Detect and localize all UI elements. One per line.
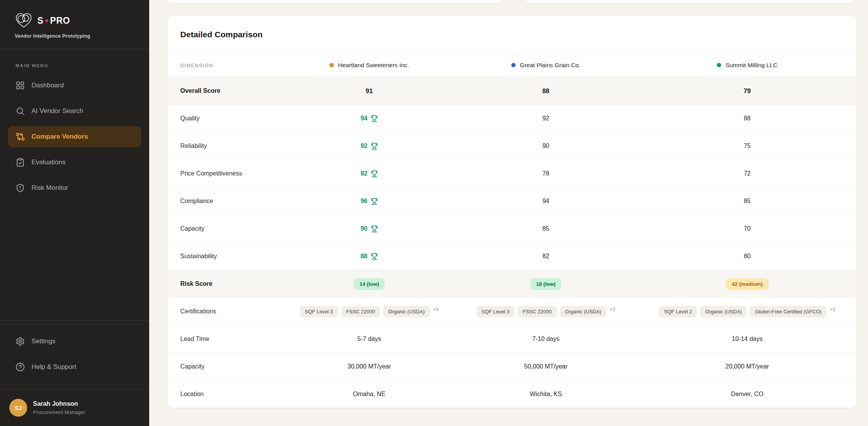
table-cell: 88 xyxy=(285,242,453,270)
table-row-overall-score: Overall Score918879 xyxy=(168,77,856,104)
vendor-column-header-heartland-sweeteners-inc: Heartland Sweeteners Inc. xyxy=(285,54,453,77)
certification-chip: Gluten-Free Certified (GFCO) xyxy=(750,306,826,317)
row-label: Compliance xyxy=(168,187,285,215)
sidebar-item-ai-vendor-search[interactable]: AI Vendor Search xyxy=(8,101,141,122)
vendor-dot xyxy=(329,63,334,67)
table-cell: 78 xyxy=(453,160,638,187)
vendor-column-header-great-plains-grain-co: Great Plains Grain Co. xyxy=(453,54,638,77)
vendor-dot xyxy=(717,63,721,67)
winning-score: 90 xyxy=(361,225,378,233)
brand-name: S PRO xyxy=(37,16,70,26)
row-label: Reliability xyxy=(168,132,285,160)
scrolled-card-remnant xyxy=(168,0,501,3)
user-role: Procurement Manager xyxy=(33,409,85,415)
more-certifications-count: +1 xyxy=(830,306,835,312)
main-content: Detailed Comparison DIMENSIONHeartland S… xyxy=(149,0,868,426)
menu-section-label: MAIN MENU xyxy=(16,63,141,68)
row-label: Capacity xyxy=(168,353,285,380)
table-row-compliance: Compliance969485 xyxy=(168,187,856,215)
sidebar-item-dashboard[interactable]: Dashboard xyxy=(8,75,141,96)
row-label: Risk Score xyxy=(168,270,285,297)
table-row-capacity: Capacity908570 xyxy=(168,215,856,242)
sidebar-item-evaluations[interactable]: Evaluations xyxy=(8,152,141,173)
row-label: Lead Time xyxy=(168,325,285,353)
trophy-icon xyxy=(371,115,378,122)
table-row-reliability: Reliability929075 xyxy=(168,132,856,160)
sidebar-item-risk-monitor[interactable]: Risk Monitor xyxy=(8,177,141,198)
help-icon xyxy=(16,362,25,372)
compare-icon xyxy=(16,132,25,141)
table-cell: SQF Level 3FSSC 22000Organic (USDA)+3 xyxy=(285,297,453,325)
winning-score: 94 xyxy=(361,115,378,122)
table-cell: 75 xyxy=(638,132,856,160)
winning-score: 88 xyxy=(361,253,378,260)
table-cell: 79 xyxy=(638,77,856,104)
certification-chip: SQF Level 3 xyxy=(300,306,338,317)
table-row-quality: Quality949288 xyxy=(168,104,856,132)
shield-alert-icon xyxy=(16,183,25,193)
table-cell: 92 xyxy=(453,104,638,132)
table-row-location: LocationOmaha, NEWichita, KSDenver, CO xyxy=(168,380,856,408)
certification-chip: FSSC 22000 xyxy=(341,306,380,317)
sidebar: S PRO Vendor Intelligence Prototyping MA… xyxy=(0,0,149,426)
sidebar-item-settings[interactable]: Settings xyxy=(8,331,141,352)
table-row-price-competitiveness: Price Competitiveness827872 xyxy=(168,160,856,187)
vendor-name: Summit Milling LLC xyxy=(725,62,777,69)
row-label: Location xyxy=(168,380,285,408)
table-cell: SQF Level 3FSSC 22000Organic (USDA)+2 xyxy=(453,297,638,325)
table-cell: 92 xyxy=(285,132,453,160)
row-label: Price Competitiveness xyxy=(168,160,285,187)
table-cell: 18 (low) xyxy=(453,270,638,297)
row-label: Capacity xyxy=(168,215,285,242)
row-label: Certifications xyxy=(168,297,285,325)
comparison-table: DIMENSIONHeartland Sweeteners Inc.Great … xyxy=(168,54,856,408)
table-cell: 50,000 MT/year xyxy=(453,353,638,380)
table-cell: 90 xyxy=(285,215,453,242)
table-cell: 88 xyxy=(638,104,856,132)
table-cell: 14 (low) xyxy=(285,270,453,297)
risk-badge: 42 (medium) xyxy=(726,278,769,290)
table-cell: Denver, CO xyxy=(638,380,856,408)
table-cell: 42 (medium) xyxy=(638,270,856,297)
brand-logo-icon xyxy=(15,12,33,29)
winning-score: 82 xyxy=(361,170,378,177)
certification-chip: SQF Level 2 xyxy=(659,306,697,317)
table-cell: 80 xyxy=(638,242,856,270)
trophy-icon xyxy=(371,170,378,177)
card-title: Detailed Comparison xyxy=(180,30,844,39)
sidebar-item-help-support[interactable]: Help & Support xyxy=(8,356,141,377)
table-cell: 91 xyxy=(285,77,453,104)
sidebar-item-label: Risk Monitor xyxy=(31,184,68,192)
brand-dot-icon xyxy=(45,19,49,23)
table-cell: Omaha, NE xyxy=(285,380,453,408)
table-row-lead-time: Lead Time5-7 days7-10 days10-14 days xyxy=(168,325,856,353)
vendor-name: Heartland Sweeteners Inc. xyxy=(338,62,409,69)
winning-score: 96 xyxy=(361,198,378,205)
main-menu: MAIN MENU DashboardAI Vendor SearchCompa… xyxy=(0,49,149,203)
certification-chip: Organic (USDA) xyxy=(560,306,607,317)
sidebar-item-label: Evaluations xyxy=(31,158,66,166)
risk-badge: 14 (low) xyxy=(354,278,385,290)
table-cell: 85 xyxy=(638,187,856,215)
brand-tagline: Vendor Intelligence Prototyping xyxy=(15,33,135,39)
table-cell: 72 xyxy=(638,160,856,187)
sidebar-item-label: Dashboard xyxy=(31,82,64,89)
more-certifications-count: +2 xyxy=(610,306,615,312)
avatar: SJ xyxy=(9,399,27,417)
table-cell: 20,000 MT/year xyxy=(638,353,856,380)
certification-chip: Organic (USDA) xyxy=(383,306,430,317)
row-label: Quality xyxy=(168,104,285,132)
certification-chip: Organic (USDA) xyxy=(700,306,747,317)
row-label: Overall Score xyxy=(168,77,285,104)
footer-menu: SettingsHelp & Support xyxy=(0,320,149,389)
sidebar-item-compare-vendors[interactable]: Compare Vendors xyxy=(8,126,141,147)
table-cell: 88 xyxy=(453,77,638,104)
user-block[interactable]: SJ Sarah Johnson Procurement Manager xyxy=(0,389,149,426)
detailed-comparison-card: Detailed Comparison DIMENSIONHeartland S… xyxy=(168,16,856,408)
sidebar-item-label: AI Vendor Search xyxy=(31,107,83,115)
table-cell: Wichita, KS xyxy=(453,380,638,408)
brand-name-right: PRO xyxy=(50,16,70,26)
vendor-name: Great Plains Grain Co. xyxy=(520,62,580,69)
table-row-risk-score: Risk Score14 (low)18 (low)42 (medium) xyxy=(168,270,856,297)
table-row-certifications: CertificationsSQF Level 3FSSC 22000Organ… xyxy=(168,297,856,325)
